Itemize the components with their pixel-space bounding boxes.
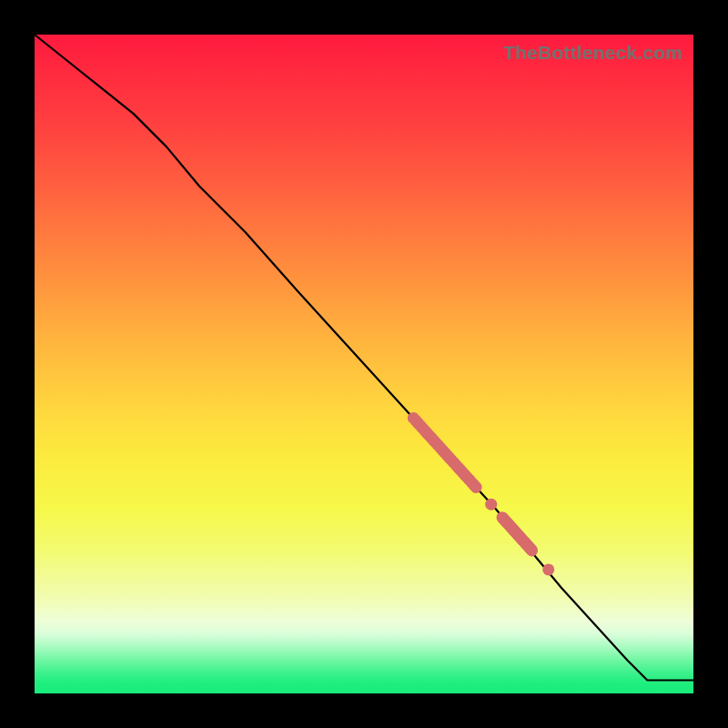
plot-area: TheBottleneck.com — [35, 35, 693, 693]
chart-overlay — [35, 35, 693, 693]
data-point — [485, 499, 497, 511]
chart-frame: TheBottleneck.com — [0, 0, 728, 728]
data-point — [542, 563, 554, 575]
data-point — [526, 544, 538, 556]
data-point — [470, 481, 482, 493]
bottleneck-curve — [35, 35, 693, 681]
